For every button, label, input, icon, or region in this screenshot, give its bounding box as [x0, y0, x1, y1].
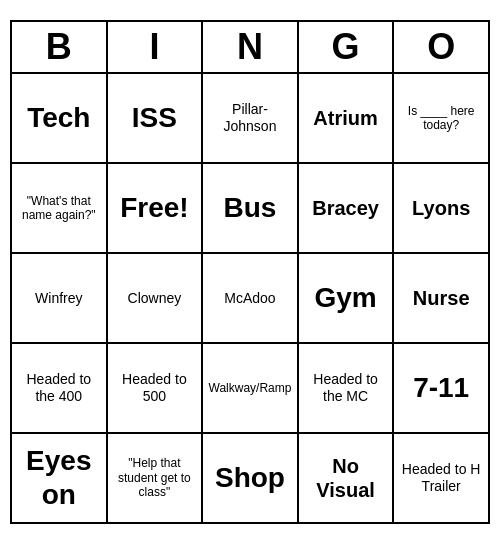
bingo-cell-3-1: Headed to 500	[108, 344, 204, 432]
header-letter-n: N	[203, 22, 299, 72]
bingo-cell-0-4: Is ____ here today?	[394, 74, 488, 162]
bingo-row-2: WinfreyClowneyMcAdooGymNurse	[12, 254, 488, 344]
bingo-cell-1-3: Bracey	[299, 164, 395, 252]
bingo-row-0: TechISSPillar-JohnsonAtriumIs ____ here …	[12, 74, 488, 164]
bingo-header: BINGO	[12, 22, 488, 74]
bingo-cell-0-1: ISS	[108, 74, 204, 162]
bingo-board: BINGO TechISSPillar-JohnsonAtriumIs ____…	[10, 20, 490, 524]
bingo-cell-3-3: Headed to the MC	[299, 344, 395, 432]
bingo-cell-1-0: "What's that name again?"	[12, 164, 108, 252]
bingo-cell-1-1: Free!	[108, 164, 204, 252]
bingo-cell-4-0: Eyes on	[12, 434, 108, 522]
bingo-cell-0-2: Pillar-Johnson	[203, 74, 299, 162]
bingo-cell-4-4: Headed to H Trailer	[394, 434, 488, 522]
header-letter-b: B	[12, 22, 108, 72]
header-letter-o: O	[394, 22, 488, 72]
bingo-cell-1-4: Lyons	[394, 164, 488, 252]
bingo-cell-1-2: Bus	[203, 164, 299, 252]
bingo-row-1: "What's that name again?"Free!BusBraceyL…	[12, 164, 488, 254]
bingo-cell-2-3: Gym	[299, 254, 395, 342]
bingo-cell-2-1: Clowney	[108, 254, 204, 342]
header-letter-g: G	[299, 22, 395, 72]
bingo-row-3: Headed to the 400Headed to 500Walkway/Ra…	[12, 344, 488, 434]
bingo-cell-3-0: Headed to the 400	[12, 344, 108, 432]
bingo-grid: TechISSPillar-JohnsonAtriumIs ____ here …	[12, 74, 488, 522]
header-letter-i: I	[108, 22, 204, 72]
bingo-cell-0-0: Tech	[12, 74, 108, 162]
bingo-cell-0-3: Atrium	[299, 74, 395, 162]
bingo-cell-4-2: Shop	[203, 434, 299, 522]
bingo-cell-4-1: "Help that student get to class"	[108, 434, 204, 522]
bingo-cell-2-4: Nurse	[394, 254, 488, 342]
bingo-cell-2-0: Winfrey	[12, 254, 108, 342]
bingo-cell-3-4: 7-11	[394, 344, 488, 432]
bingo-cell-3-2: Walkway/Ramp	[203, 344, 299, 432]
bingo-row-4: Eyes on"Help that student get to class"S…	[12, 434, 488, 522]
bingo-cell-2-2: McAdoo	[203, 254, 299, 342]
bingo-cell-4-3: No Visual	[299, 434, 395, 522]
